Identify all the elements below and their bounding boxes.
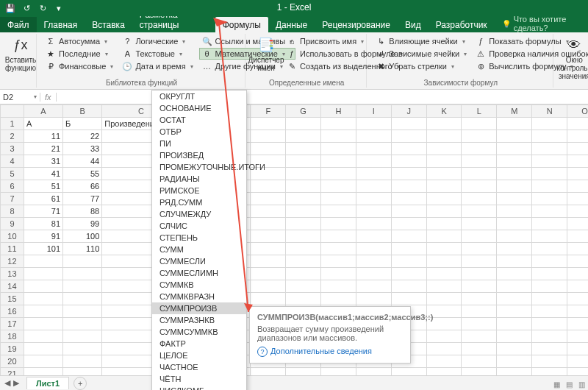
cell[interactable] (497, 193, 532, 205)
cell[interactable] (532, 130, 567, 143)
status-view-controls[interactable]: ▦▤▥ (553, 380, 585, 389)
cell[interactable] (426, 193, 462, 205)
cell[interactable] (321, 293, 356, 305)
cell[interactable] (286, 118, 321, 130)
cell[interactable]: 11 (24, 130, 62, 143)
col-header[interactable]: H (321, 105, 356, 118)
row-header[interactable]: 1 (1, 118, 24, 130)
menu-item-СУММ[interactable]: СУММ (152, 244, 246, 255)
cell[interactable] (24, 330, 62, 343)
row-header[interactable]: 11 (1, 243, 24, 255)
cell[interactable] (567, 193, 588, 205)
row-header[interactable]: 3 (1, 143, 24, 155)
menu-item-ПРОИЗВЕД[interactable]: ПРОИЗВЕД (152, 149, 246, 161)
ribbon-item-финансовые[interactable]: ₽Финансовые▾ (43, 60, 116, 72)
cell[interactable] (462, 168, 497, 180)
col-header[interactable]: M (497, 105, 532, 118)
cell[interactable] (286, 218, 321, 230)
cell[interactable]: 81 (24, 218, 62, 230)
menu-item-ЦЕЛОЕ[interactable]: ЦЕЛОЕ (152, 350, 246, 361)
cell[interactable] (321, 280, 356, 293)
cell[interactable] (356, 130, 391, 143)
cell[interactable] (286, 143, 321, 155)
row-header[interactable]: 17 (1, 318, 24, 330)
cell[interactable]: 44 (63, 155, 102, 168)
row-header[interactable]: 10 (1, 230, 24, 243)
cell[interactable] (426, 243, 462, 255)
cell[interactable] (356, 218, 391, 230)
cell[interactable] (391, 255, 426, 268)
cell[interactable] (321, 218, 356, 230)
col-header[interactable]: B (63, 105, 102, 118)
ribbon-item-последние[interactable]: ★Последние▾ (43, 48, 116, 60)
row-header[interactable]: 21 (1, 368, 24, 376)
cell[interactable]: 88 (63, 205, 102, 218)
cell[interactable] (532, 180, 567, 193)
menu-item-ОСТАТ[interactable]: ОСТАТ (152, 114, 246, 126)
cell[interactable] (426, 368, 462, 376)
cell[interactable] (251, 368, 286, 376)
menu-item-ЧИСЛКОМБ[interactable]: ЧИСЛКОМБ (152, 385, 246, 390)
cell[interactable] (251, 280, 286, 293)
menu-item-ОТБР[interactable]: ОТБР (152, 126, 246, 138)
menu-item-ОКРУГЛТ[interactable]: ОКРУГЛТ (152, 91, 246, 102)
menu-item-РИМСКОЕ[interactable]: РИМСКОЕ (152, 185, 246, 196)
menu-item-РАДИАНЫ[interactable]: РАДИАНЫ (152, 173, 246, 185)
cell[interactable] (532, 305, 567, 318)
cell[interactable]: 66 (63, 180, 102, 193)
cell[interactable] (567, 318, 588, 330)
cell[interactable] (251, 205, 286, 218)
col-header[interactable]: F (251, 105, 286, 118)
insert-function-button[interactable]: ƒx Вставить функцию (6, 35, 35, 74)
menu-item-ПИ[interactable]: ПИ (152, 138, 246, 149)
cell[interactable] (356, 143, 391, 155)
cell[interactable] (567, 255, 588, 268)
cell[interactable] (24, 255, 62, 268)
cell[interactable] (391, 130, 426, 143)
cell[interactable] (321, 143, 356, 155)
cell[interactable] (426, 255, 462, 268)
cell[interactable] (497, 268, 532, 280)
cell[interactable] (356, 368, 391, 376)
cell[interactable] (251, 218, 286, 230)
cell[interactable] (356, 255, 391, 268)
tab-view[interactable]: Вид (398, 17, 429, 32)
math-functions-menu[interactable]: ОКРУГЛТОСНОВАНИЕОСТАТОТБРПИПРОИЗВЕДПРОМЕ… (151, 90, 247, 390)
save-icon[interactable]: 💾 (4, 2, 16, 14)
cell[interactable] (532, 143, 567, 155)
cell[interactable]: 71 (24, 205, 62, 218)
cell[interactable] (286, 268, 321, 280)
cell[interactable] (63, 293, 102, 305)
cell[interactable] (462, 318, 497, 330)
cell[interactable] (532, 280, 567, 293)
cell[interactable] (24, 343, 62, 355)
cell[interactable] (532, 255, 567, 268)
cell[interactable] (63, 305, 102, 318)
row-header[interactable]: 6 (1, 180, 24, 193)
cell[interactable] (391, 205, 426, 218)
cell[interactable] (321, 255, 356, 268)
cell[interactable] (356, 205, 391, 218)
cell[interactable] (321, 243, 356, 255)
cell[interactable] (356, 118, 391, 130)
cell[interactable] (532, 268, 567, 280)
cell[interactable] (497, 118, 532, 130)
cell[interactable] (391, 280, 426, 293)
cell[interactable] (63, 368, 102, 376)
cell[interactable] (321, 155, 356, 168)
cell[interactable] (567, 168, 588, 180)
cell[interactable] (286, 230, 321, 243)
row-header[interactable]: 13 (1, 268, 24, 280)
cell[interactable]: 61 (24, 193, 62, 205)
cell[interactable] (462, 193, 497, 205)
cell[interactable] (462, 255, 497, 268)
cell[interactable] (391, 168, 426, 180)
cell[interactable] (426, 180, 462, 193)
col-header[interactable]: N (532, 105, 567, 118)
cell[interactable] (391, 218, 426, 230)
row-header[interactable]: 4 (1, 155, 24, 168)
cell[interactable]: 110 (63, 243, 102, 255)
row-header[interactable]: 2 (1, 130, 24, 143)
row-header[interactable]: 15 (1, 293, 24, 305)
row-header[interactable]: 5 (1, 168, 24, 180)
